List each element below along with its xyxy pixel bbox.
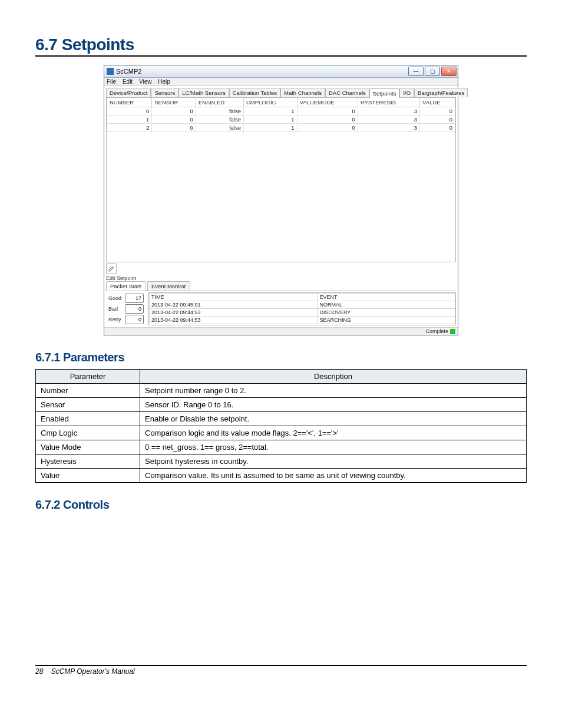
- table-row: 2013-04-22 09:45:01NORMAL: [150, 301, 455, 309]
- event-name: SEARCHING: [318, 317, 455, 324]
- table-cell[interactable]: 0: [152, 124, 196, 132]
- tab-setpoints[interactable]: Setpoints: [369, 88, 400, 98]
- tab-bargraph-features[interactable]: Bargraph/Features: [414, 88, 468, 97]
- menu-bar: File Edit View Help: [104, 78, 458, 86]
- table-cell[interactable]: 0: [152, 116, 196, 124]
- table-cell[interactable]: 1: [243, 124, 297, 132]
- menu-item[interactable]: File: [107, 78, 116, 85]
- table-row: 2013-04-22 09:44:53DISCOVERY: [150, 309, 455, 317]
- table-cell[interactable]: 0: [420, 116, 455, 124]
- param-header: Parameter: [36, 370, 140, 384]
- param-name: Cmp Logic: [36, 426, 140, 440]
- param-header: Description: [140, 370, 527, 384]
- controls-heading: 6.7.2 Controls: [35, 498, 527, 512]
- event-time: 2013-04-22 09:44:53: [150, 317, 318, 324]
- param-name: Value Mode: [36, 440, 140, 454]
- table-cell[interactable]: 2: [107, 124, 152, 132]
- tab-calibration-tables[interactable]: Calibration Tables: [229, 88, 280, 97]
- table-row[interactable]: 10false1030: [107, 116, 455, 124]
- table-cell[interactable]: 0: [420, 107, 455, 116]
- col-header[interactable]: NUMBER: [107, 98, 152, 107]
- col-header[interactable]: VALUEMODE: [297, 98, 358, 107]
- parameters-table: Parameter Description NumberSetpoint num…: [35, 369, 527, 483]
- close-button[interactable]: ✕: [441, 67, 457, 76]
- table-cell[interactable]: 0: [297, 124, 358, 132]
- menu-item[interactable]: Edit: [123, 78, 133, 85]
- table-row: ValueComparison value. Its unit is assum…: [36, 469, 527, 483]
- stat-value: [125, 294, 144, 303]
- section-heading: 6.7 Setpoints: [35, 35, 527, 57]
- param-name: Number: [36, 384, 140, 398]
- tab-lcmath-sensors[interactable]: LC/Math Sensors: [178, 88, 229, 97]
- param-description: Setpoint number range 0 to 2.: [140, 384, 527, 398]
- parameters-heading: 6.7.1 Parameters: [35, 351, 527, 364]
- table-row[interactable]: 20false1030: [107, 124, 455, 132]
- stat-label: Bad: [107, 304, 123, 314]
- col-header[interactable]: ENABLED: [196, 98, 243, 107]
- stat-label: Retry: [107, 315, 123, 324]
- screenshot-figure: ScCMP2 — ▢ ✕ File Edit View Help Device/…: [35, 65, 527, 335]
- table-row: EnabledEnable or Disable the setpoint.: [36, 412, 527, 426]
- param-description: Sensor ID. Range 0 to 16.: [140, 398, 527, 412]
- param-description: Comparison value. Its unit is assumed to…: [140, 469, 527, 483]
- event-col-header: TIME: [150, 294, 318, 301]
- tab-strip: Device/Product Sensors LC/Math Sensors C…: [106, 88, 456, 98]
- menu-item[interactable]: View: [139, 78, 152, 85]
- col-header[interactable]: SENSOR: [152, 98, 196, 107]
- tab-device-product[interactable]: Device/Product: [106, 88, 151, 97]
- event-monitor-table: TIME EVENT 2013-04-22 09:45:01NORMAL2013…: [148, 292, 456, 325]
- menu-item[interactable]: Help: [158, 78, 170, 85]
- param-name: Enabled: [36, 412, 140, 426]
- event-name: DISCOVERY: [318, 309, 455, 317]
- table-cell[interactable]: 3: [358, 107, 419, 116]
- table-cell[interactable]: false: [196, 116, 243, 124]
- table-cell[interactable]: 1: [243, 116, 297, 124]
- table-cell[interactable]: 0: [420, 124, 455, 132]
- param-description: Setpoint hysteresis in countby.: [140, 454, 527, 469]
- stat-label: Good: [107, 294, 123, 303]
- tab-sensors[interactable]: Sensors: [151, 88, 178, 97]
- event-name: NORMAL: [318, 301, 455, 309]
- tab-io[interactable]: I/O: [399, 88, 414, 97]
- data-grid: NUMBER SENSOR ENABLED CMPLOGIC VALUEMODE…: [106, 98, 456, 262]
- page-number: 28: [35, 667, 43, 676]
- param-name: Hysteresis: [36, 454, 140, 469]
- table-cell[interactable]: false: [196, 124, 243, 132]
- param-description: Enable or Disable the setpoint.: [140, 412, 527, 426]
- table-cell[interactable]: 1: [107, 116, 152, 124]
- param-description: Comparison logic and its value mode flag…: [140, 426, 527, 440]
- status-text: Complete: [425, 328, 448, 334]
- edit-setpoint-label: Edit Setpoint: [106, 275, 456, 281]
- event-time: 2013-04-22 09:45:01: [150, 301, 318, 309]
- col-header[interactable]: VALUE: [420, 98, 455, 107]
- table-row: 2013-04-22 09:44:53SEARCHING: [150, 317, 455, 324]
- subtab-event-monitor[interactable]: Event Monitor: [147, 281, 190, 291]
- tab-dac-channels[interactable]: DAC Channels: [325, 88, 369, 97]
- table-cell[interactable]: 1: [243, 107, 297, 116]
- event-time: 2013-04-22 09:44:53: [150, 309, 318, 317]
- table-cell[interactable]: 3: [358, 124, 419, 132]
- tab-math-channels[interactable]: Math Channels: [280, 88, 325, 97]
- page-footer: 28 ScCMP Operator's Manual: [35, 665, 527, 676]
- table-row: Cmp LogicComparison logic and its value …: [36, 426, 527, 440]
- subtab-packet-stats[interactable]: Packet Stats: [106, 281, 146, 291]
- table-cell[interactable]: 3: [358, 116, 419, 124]
- param-name: Sensor: [36, 398, 140, 412]
- grid-toolbar: [106, 263, 456, 274]
- subtab-strip: Packet Stats Event Monitor: [106, 281, 456, 291]
- app-icon: [107, 68, 114, 75]
- table-cell[interactable]: 0: [107, 107, 152, 116]
- edit-icon[interactable]: [106, 263, 117, 274]
- status-lamp-icon: [450, 329, 455, 334]
- col-header[interactable]: CMPLOGIC: [243, 98, 297, 107]
- minimize-button[interactable]: —: [408, 67, 424, 76]
- param-description: 0 == net_gross, 1== gross, 2==total.: [140, 440, 527, 454]
- table-cell[interactable]: 0: [297, 107, 358, 116]
- status-bar: Complete: [104, 327, 458, 335]
- table-cell[interactable]: 0: [152, 107, 196, 116]
- table-row[interactable]: 00false1030: [107, 107, 455, 116]
- col-header[interactable]: HYSTERESIS: [358, 98, 419, 107]
- table-cell[interactable]: false: [196, 107, 243, 116]
- table-cell[interactable]: 0: [297, 116, 358, 124]
- maximize-button[interactable]: ▢: [425, 67, 440, 76]
